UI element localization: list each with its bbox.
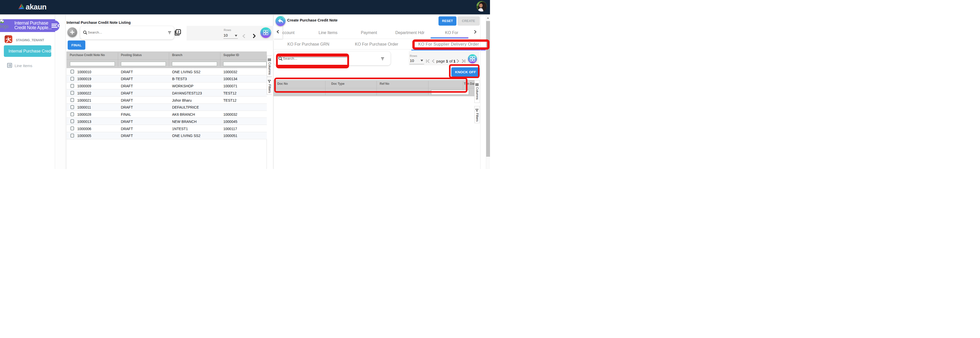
svg-text:2: 2 xyxy=(177,30,179,34)
